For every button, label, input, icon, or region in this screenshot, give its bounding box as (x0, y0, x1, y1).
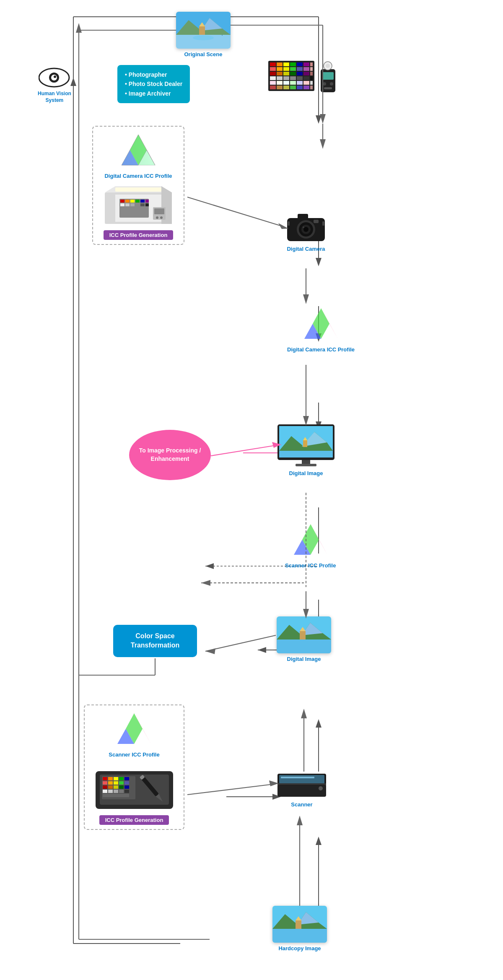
camera-gamut-triangle (119, 133, 157, 170)
svg-rect-190 (272, 929, 327, 943)
svg-rect-68 (270, 81, 276, 85)
scanner-gamut-triangle-2 (115, 711, 153, 749)
svg-rect-169 (124, 785, 129, 789)
svg-marker-19 (258, 647, 266, 653)
svg-rect-78 (290, 86, 296, 89)
digital-image-1-node: Digital Image (277, 424, 335, 477)
flow-arrows (0, 0, 503, 980)
svg-point-116 (160, 216, 163, 219)
digital-image-2-label: Digital Image (287, 656, 321, 663)
svg-rect-181 (279, 775, 324, 784)
svg-point-34 (193, 35, 214, 40)
svg-rect-110 (140, 203, 145, 206)
human-vision-node: Human Vision System (38, 67, 71, 104)
svg-marker-196 (76, 23, 82, 33)
graphics-tablet-icon (93, 763, 175, 811)
camera-icc-label-1: Digital Camera ICC Profile (104, 173, 172, 180)
svg-rect-162 (114, 781, 118, 785)
monitor-icon (277, 424, 335, 468)
svg-rect-55 (277, 72, 283, 75)
svg-line-199 (187, 197, 283, 226)
svg-rect-54 (270, 72, 276, 75)
svg-rect-102 (130, 200, 135, 203)
icc-dashed-box-1: Digital Camera ICC Profile (92, 126, 184, 245)
svg-rect-138 (302, 460, 310, 464)
svg-marker-219 (301, 709, 307, 718)
svg-point-86 (323, 82, 326, 86)
svg-rect-108 (130, 203, 135, 206)
icc-dashed-box-2: Scanner ICC Profile (84, 704, 184, 830)
svg-rect-161 (108, 781, 113, 785)
svg-rect-47 (270, 67, 276, 71)
scanner-icc-label: Scanner ICC Profile (285, 562, 336, 569)
svg-rect-69 (277, 81, 283, 85)
svg-rect-62 (277, 76, 283, 80)
connector-lines (0, 0, 503, 980)
svg-marker-23 (316, 719, 322, 728)
svg-marker-193 (320, 114, 326, 124)
svg-rect-75 (270, 86, 276, 89)
svg-rect-156 (108, 777, 113, 780)
svg-rect-105 (145, 200, 149, 203)
color-space-label: Color Space Transformation (131, 632, 179, 649)
svg-rect-126 (322, 221, 324, 226)
photographer-box: • Photographer • Photo Stock Dealer • Im… (117, 65, 190, 103)
svg-rect-101 (125, 200, 130, 203)
svg-point-84 (326, 64, 330, 68)
svg-rect-76 (277, 86, 283, 89)
svg-rect-107 (125, 203, 130, 206)
svg-rect-46 (310, 62, 313, 66)
svg-rect-31 (199, 26, 205, 35)
svg-rect-135 (303, 440, 307, 447)
svg-rect-59 (303, 72, 309, 75)
svg-rect-88 (324, 87, 332, 89)
svg-rect-103 (135, 200, 140, 203)
svg-rect-171 (108, 790, 113, 793)
svg-rect-65 (297, 76, 303, 80)
svg-rect-79 (297, 86, 303, 89)
svg-rect-112 (115, 187, 161, 192)
digital-camera-label: Digital Camera (287, 246, 325, 253)
svg-line-205 (211, 445, 276, 456)
svg-rect-188 (296, 920, 301, 929)
svg-rect-148 (277, 639, 331, 653)
svg-rect-52 (303, 67, 309, 71)
svg-rect-170 (103, 790, 107, 793)
svg-point-115 (156, 216, 158, 219)
svg-rect-163 (119, 781, 124, 785)
svg-rect-67 (310, 76, 313, 80)
svg-rect-60 (310, 72, 313, 75)
pink-ellipse: To Image Processing / Enhancement (129, 430, 211, 480)
svg-rect-72 (297, 81, 303, 85)
svg-rect-80 (303, 86, 309, 89)
svg-rect-53 (310, 67, 313, 71)
svg-marker-16 (205, 563, 214, 569)
svg-rect-70 (283, 81, 289, 85)
svg-rect-125 (288, 221, 290, 226)
svg-rect-160 (103, 781, 107, 785)
svg-rect-51 (297, 67, 303, 71)
svg-marker-8 (316, 258, 322, 266)
svg-rect-167 (114, 785, 118, 789)
icc-profile-gen-label-1: ICC Profile Generation (104, 230, 174, 240)
camera-icon (285, 210, 327, 243)
svg-rect-164 (124, 781, 129, 785)
icc-profile-gen-label-2: ICC Profile Generation (99, 815, 169, 825)
color-chart-node (268, 61, 314, 91)
lightbox-icon (103, 184, 174, 226)
svg-rect-45 (303, 62, 309, 66)
svg-rect-111 (145, 203, 149, 206)
svg-rect-85 (322, 72, 334, 80)
scanner-label: Scanner (291, 801, 312, 808)
svg-rect-63 (283, 76, 289, 80)
scanner-device-node: Scanner (277, 772, 327, 808)
svg-marker-221 (297, 816, 303, 825)
scanner-gamut-triangle (292, 522, 329, 560)
svg-marker-25 (316, 837, 322, 845)
svg-rect-40 (270, 62, 276, 66)
svg-rect-165 (103, 785, 107, 789)
svg-rect-172 (114, 790, 118, 793)
digital-image-1-label: Digital Image (289, 470, 323, 477)
svg-rect-61 (270, 76, 276, 80)
digital-image-2-photo (277, 616, 331, 653)
